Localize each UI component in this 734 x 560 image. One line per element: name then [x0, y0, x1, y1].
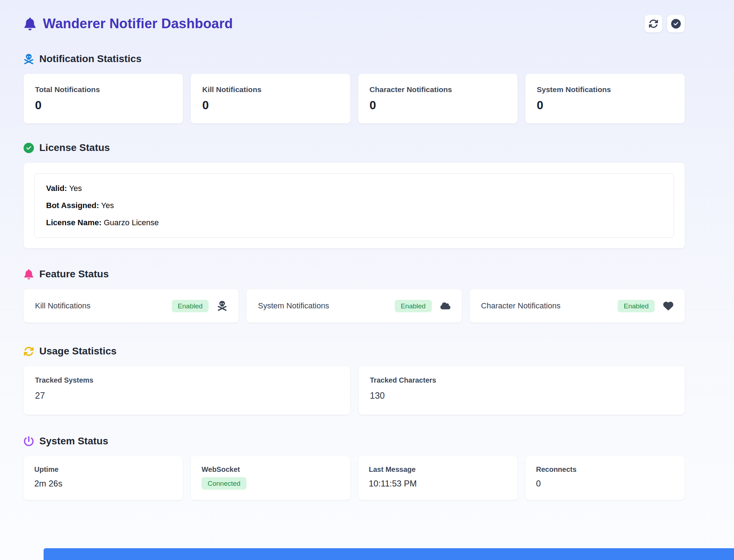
- section-feature-status: Feature Status Kill Notifications Enable…: [24, 268, 685, 323]
- section-title: License Status: [39, 142, 110, 153]
- stat-value: 0: [370, 99, 506, 112]
- connected-badge: Connected: [201, 477, 246, 490]
- license-field-valid: Valid: Yes: [46, 184, 662, 193]
- stat-value: 0: [35, 99, 171, 112]
- stat-card-system-notifications: System Notifications 0: [525, 74, 685, 123]
- dashboard-page: Wanderer Notifier Dashboard Notification…: [0, 0, 734, 500]
- license-field-label: Valid:: [46, 184, 67, 193]
- system-label: Uptime: [34, 465, 172, 474]
- feature-label: Kill Notifications: [35, 301, 90, 311]
- system-status-grid: Uptime 2m 26s WebSocket Connected Last M…: [24, 456, 685, 500]
- bottom-blue-bar: [44, 548, 734, 560]
- license-card: Valid: Yes Bot Assigned: Yes License Nam…: [24, 163, 685, 248]
- page-title: Wanderer Notifier Dashboard: [43, 16, 233, 31]
- skull-crossbones-icon: [217, 301, 227, 311]
- sync-icon: [24, 346, 34, 357]
- stat-label: System Notifications: [537, 85, 673, 94]
- usage-value: 130: [370, 390, 674, 401]
- feature-status-grid: Kill Notifications Enabled System Notifi…: [24, 289, 685, 323]
- usage-label: Tracked Systems: [35, 376, 339, 384]
- feature-label: Character Notifications: [481, 301, 561, 311]
- stat-label: Total Notifications: [35, 85, 171, 94]
- system-value: 10:11:53 PM: [369, 479, 507, 489]
- license-field-value: Yes: [69, 184, 82, 193]
- power-icon: [24, 436, 34, 447]
- refresh-button[interactable]: [645, 15, 662, 32]
- stat-value: 0: [202, 99, 339, 112]
- feature-status-group: Enabled: [395, 300, 450, 312]
- section-usage-statistics: Usage Statistics Tracked Systems 27 Trac…: [24, 345, 685, 415]
- stat-card-character-notifications: Character Notifications 0: [358, 74, 518, 123]
- system-status-header: System Status: [24, 435, 685, 447]
- status-badge: Enabled: [618, 300, 655, 312]
- usage-card-tracked-characters: Tracked Characters 130: [359, 366, 685, 415]
- system-badge-wrap: Connected: [201, 477, 339, 490]
- header: Wanderer Notifier Dashboard: [24, 15, 685, 32]
- system-card-websocket: WebSocket Connected: [191, 456, 350, 500]
- section-title: System Status: [39, 435, 108, 447]
- section-title: Usage Statistics: [39, 345, 116, 357]
- section-system-status: System Status Uptime 2m 26s WebSocket Co…: [24, 435, 685, 500]
- heart-icon: [663, 301, 673, 311]
- system-card-last-message: Last Message 10:11:53 PM: [358, 456, 518, 500]
- feature-card-character-notifications: Character Notifications Enabled: [470, 289, 685, 323]
- license-field-bot-assigned: Bot Assigned: Yes: [46, 201, 662, 210]
- stat-label: Kill Notifications: [202, 85, 339, 94]
- stat-card-total-notifications: Total Notifications 0: [24, 74, 183, 123]
- section-license-status: License Status Valid: Yes Bot Assigned: …: [24, 142, 685, 248]
- feature-status-group: Enabled: [618, 300, 673, 312]
- license-field-label: Bot Assigned:: [46, 201, 99, 210]
- notification-stats-grid: Total Notifications 0 Kill Notifications…: [24, 74, 685, 123]
- stat-label: Character Notifications: [370, 85, 506, 94]
- system-label: Reconnects: [536, 465, 674, 474]
- status-check-button[interactable]: [667, 15, 685, 32]
- notification-statistics-header: Notification Statistics: [24, 53, 685, 65]
- section-title: Notification Statistics: [39, 53, 141, 65]
- header-actions: [645, 15, 685, 32]
- license-field-license-name: License Name: Guarzo License: [46, 218, 662, 227]
- refresh-icon: [649, 19, 658, 29]
- check-circle-icon: [24, 143, 34, 153]
- bell-icon: [24, 269, 34, 279]
- system-card-uptime: Uptime 2m 26s: [24, 456, 183, 500]
- system-value: 2m 26s: [34, 479, 172, 489]
- usage-label: Tracked Characters: [370, 376, 674, 384]
- feature-label: System Notifications: [258, 301, 329, 311]
- section-notification-statistics: Notification Statistics Total Notificati…: [24, 53, 685, 123]
- skull-crossbones-icon: [24, 54, 34, 64]
- usage-value: 27: [35, 390, 339, 401]
- system-value: 0: [536, 479, 674, 489]
- license-field-value: Yes: [101, 201, 114, 210]
- feature-card-kill-notifications: Kill Notifications Enabled: [24, 289, 239, 323]
- system-label: WebSocket: [201, 465, 339, 474]
- feature-status-header: Feature Status: [24, 268, 685, 280]
- license-field-value: Guarzo License: [104, 218, 159, 227]
- bell-icon: [24, 17, 36, 30]
- usage-statistics-header: Usage Statistics: [24, 345, 685, 357]
- license-details-box: Valid: Yes Bot Assigned: Yes License Nam…: [34, 173, 674, 238]
- stat-card-kill-notifications: Kill Notifications 0: [191, 74, 350, 123]
- check-circle-icon: [671, 19, 681, 29]
- feature-card-system-notifications: System Notifications Enabled: [246, 289, 461, 323]
- section-title: Feature Status: [39, 268, 109, 280]
- system-label: Last Message: [369, 465, 507, 474]
- feature-status-group: Enabled: [172, 300, 228, 312]
- usage-card-tracked-systems: Tracked Systems 27: [24, 366, 350, 415]
- usage-stats-grid: Tracked Systems 27 Tracked Characters 13…: [24, 366, 685, 415]
- header-title-group: Wanderer Notifier Dashboard: [24, 16, 233, 31]
- status-badge: Enabled: [172, 300, 209, 312]
- status-badge: Enabled: [395, 300, 432, 312]
- license-field-label: License Name:: [46, 218, 101, 227]
- stat-value: 0: [537, 99, 673, 112]
- system-card-reconnects: Reconnects 0: [525, 456, 685, 500]
- license-status-header: License Status: [24, 142, 685, 153]
- cloud-icon: [440, 301, 450, 311]
